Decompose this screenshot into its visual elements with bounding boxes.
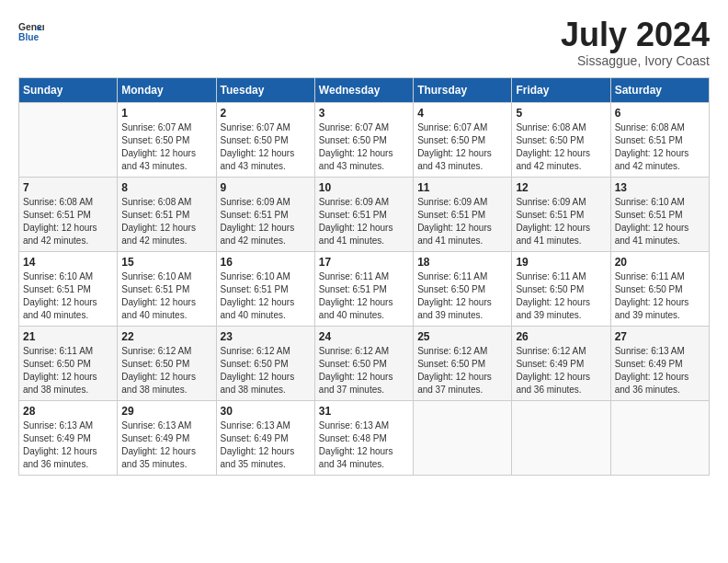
column-header-friday: Friday (512, 78, 610, 103)
day-info: Sunrise: 6:09 AMSunset: 6:51 PMDaylight:… (221, 196, 311, 247)
day-cell: 20Sunrise: 6:11 AMSunset: 6:50 PMDayligh… (610, 252, 709, 327)
day-cell: 5Sunrise: 6:08 AMSunset: 6:50 PMDaylight… (512, 103, 610, 178)
day-number: 3 (319, 107, 409, 120)
day-info: Sunrise: 6:07 AMSunset: 6:50 PMDaylight:… (319, 121, 409, 173)
day-info: Sunrise: 6:11 AMSunset: 6:50 PMDaylight:… (23, 345, 113, 396)
day-number: 28 (23, 405, 113, 418)
logo-icon: General Blue (18, 18, 44, 44)
day-cell: 1Sunrise: 6:07 AMSunset: 6:50 PMDaylight… (118, 103, 216, 178)
column-header-sunday: Sunday (19, 78, 118, 103)
svg-text:Blue: Blue (18, 32, 40, 42)
day-number: 15 (121, 256, 211, 269)
day-info: Sunrise: 6:13 AMSunset: 6:49 PMDaylight:… (221, 419, 311, 471)
day-cell: 6Sunrise: 6:08 AMSunset: 6:51 PMDaylight… (610, 103, 709, 178)
day-info: Sunrise: 6:13 AMSunset: 6:49 PMDaylight:… (121, 419, 211, 471)
day-cell: 8Sunrise: 6:08 AMSunset: 6:51 PMDaylight… (118, 178, 216, 252)
day-info: Sunrise: 6:09 AMSunset: 6:51 PMDaylight:… (319, 196, 409, 247)
day-info: Sunrise: 6:13 AMSunset: 6:48 PMDaylight:… (319, 419, 409, 471)
week-row-3: 14Sunrise: 6:10 AMSunset: 6:51 PMDayligh… (19, 252, 710, 327)
day-cell: 28Sunrise: 6:13 AMSunset: 6:49 PMDayligh… (19, 401, 118, 476)
day-info: Sunrise: 6:11 AMSunset: 6:50 PMDaylight:… (615, 270, 705, 322)
day-number: 2 (221, 107, 311, 120)
day-cell: 18Sunrise: 6:11 AMSunset: 6:50 PMDayligh… (414, 252, 512, 327)
column-header-monday: Monday (118, 78, 216, 103)
day-number: 13 (615, 181, 705, 194)
day-cell: 31Sunrise: 6:13 AMSunset: 6:48 PMDayligh… (314, 401, 413, 476)
day-number: 14 (23, 256, 113, 269)
day-number: 19 (516, 256, 606, 269)
day-cell (19, 103, 118, 178)
day-number: 26 (516, 330, 606, 343)
month-title: July 2024 (561, 18, 710, 52)
day-cell (512, 401, 610, 476)
logo: General Blue (18, 18, 44, 44)
day-number: 16 (221, 256, 311, 269)
week-row-2: 7Sunrise: 6:08 AMSunset: 6:51 PMDaylight… (19, 178, 710, 252)
day-number: 30 (221, 405, 311, 418)
day-info: Sunrise: 6:13 AMSunset: 6:49 PMDaylight:… (23, 419, 113, 471)
column-header-saturday: Saturday (610, 78, 709, 103)
day-number: 27 (615, 330, 705, 343)
day-cell: 12Sunrise: 6:09 AMSunset: 6:51 PMDayligh… (512, 178, 610, 252)
day-cell: 26Sunrise: 6:12 AMSunset: 6:49 PMDayligh… (512, 327, 610, 401)
day-cell: 10Sunrise: 6:09 AMSunset: 6:51 PMDayligh… (314, 178, 413, 252)
day-number: 10 (319, 181, 409, 194)
day-number: 9 (221, 181, 311, 194)
day-info: Sunrise: 6:10 AMSunset: 6:51 PMDaylight:… (121, 270, 211, 322)
day-info: Sunrise: 6:11 AMSunset: 6:50 PMDaylight:… (417, 270, 507, 322)
day-cell: 11Sunrise: 6:09 AMSunset: 6:51 PMDayligh… (414, 178, 512, 252)
calendar-header-row: SundayMondayTuesdayWednesdayThursdayFrid… (19, 78, 710, 103)
day-cell (610, 401, 709, 476)
day-number: 29 (121, 405, 211, 418)
day-info: Sunrise: 6:08 AMSunset: 6:51 PMDaylight:… (121, 196, 211, 247)
location: Sissaggue, Ivory Coast (561, 53, 710, 68)
day-number: 5 (516, 107, 606, 120)
day-cell (414, 401, 512, 476)
week-row-5: 28Sunrise: 6:13 AMSunset: 6:49 PMDayligh… (19, 401, 710, 476)
day-cell: 3Sunrise: 6:07 AMSunset: 6:50 PMDaylight… (314, 103, 413, 178)
week-row-4: 21Sunrise: 6:11 AMSunset: 6:50 PMDayligh… (19, 327, 710, 401)
day-number: 31 (319, 405, 409, 418)
day-number: 22 (121, 330, 211, 343)
day-info: Sunrise: 6:12 AMSunset: 6:50 PMDaylight:… (121, 345, 211, 396)
day-info: Sunrise: 6:09 AMSunset: 6:51 PMDaylight:… (516, 196, 606, 247)
day-number: 24 (319, 330, 409, 343)
calendar-body: 1Sunrise: 6:07 AMSunset: 6:50 PMDaylight… (19, 103, 710, 476)
day-cell: 19Sunrise: 6:11 AMSunset: 6:50 PMDayligh… (512, 252, 610, 327)
day-cell: 24Sunrise: 6:12 AMSunset: 6:50 PMDayligh… (314, 327, 413, 401)
day-cell: 21Sunrise: 6:11 AMSunset: 6:50 PMDayligh… (19, 327, 118, 401)
day-number: 20 (615, 256, 705, 269)
week-row-1: 1Sunrise: 6:07 AMSunset: 6:50 PMDaylight… (19, 103, 710, 178)
day-cell: 16Sunrise: 6:10 AMSunset: 6:51 PMDayligh… (216, 252, 314, 327)
day-info: Sunrise: 6:07 AMSunset: 6:50 PMDaylight:… (121, 121, 211, 173)
day-info: Sunrise: 6:09 AMSunset: 6:51 PMDaylight:… (417, 196, 507, 247)
day-info: Sunrise: 6:11 AMSunset: 6:50 PMDaylight:… (516, 270, 606, 322)
svg-text:General: General (18, 22, 44, 32)
day-cell: 2Sunrise: 6:07 AMSunset: 6:50 PMDaylight… (216, 103, 314, 178)
day-cell: 27Sunrise: 6:13 AMSunset: 6:49 PMDayligh… (610, 327, 709, 401)
day-number: 18 (417, 256, 507, 269)
day-cell: 17Sunrise: 6:11 AMSunset: 6:51 PMDayligh… (314, 252, 413, 327)
day-number: 23 (221, 330, 311, 343)
day-cell: 15Sunrise: 6:10 AMSunset: 6:51 PMDayligh… (118, 252, 216, 327)
day-number: 1 (121, 107, 211, 120)
day-cell: 9Sunrise: 6:09 AMSunset: 6:51 PMDaylight… (216, 178, 314, 252)
day-info: Sunrise: 6:13 AMSunset: 6:49 PMDaylight:… (615, 345, 705, 396)
day-info: Sunrise: 6:10 AMSunset: 6:51 PMDaylight:… (23, 270, 113, 322)
day-cell: 4Sunrise: 6:07 AMSunset: 6:50 PMDaylight… (414, 103, 512, 178)
day-info: Sunrise: 6:07 AMSunset: 6:50 PMDaylight:… (221, 121, 311, 173)
day-cell: 7Sunrise: 6:08 AMSunset: 6:51 PMDaylight… (19, 178, 118, 252)
day-number: 6 (615, 107, 705, 120)
day-number: 4 (417, 107, 507, 120)
day-number: 12 (516, 181, 606, 194)
day-cell: 22Sunrise: 6:12 AMSunset: 6:50 PMDayligh… (118, 327, 216, 401)
day-number: 21 (23, 330, 113, 343)
day-info: Sunrise: 6:08 AMSunset: 6:51 PMDaylight:… (615, 121, 705, 173)
day-info: Sunrise: 6:10 AMSunset: 6:51 PMDaylight:… (221, 270, 311, 322)
day-cell: 25Sunrise: 6:12 AMSunset: 6:50 PMDayligh… (414, 327, 512, 401)
day-number: 7 (23, 181, 113, 194)
day-info: Sunrise: 6:08 AMSunset: 6:50 PMDaylight:… (516, 121, 606, 173)
day-cell: 30Sunrise: 6:13 AMSunset: 6:49 PMDayligh… (216, 401, 314, 476)
day-info: Sunrise: 6:12 AMSunset: 6:50 PMDaylight:… (221, 345, 311, 396)
day-info: Sunrise: 6:12 AMSunset: 6:49 PMDaylight:… (516, 345, 606, 396)
